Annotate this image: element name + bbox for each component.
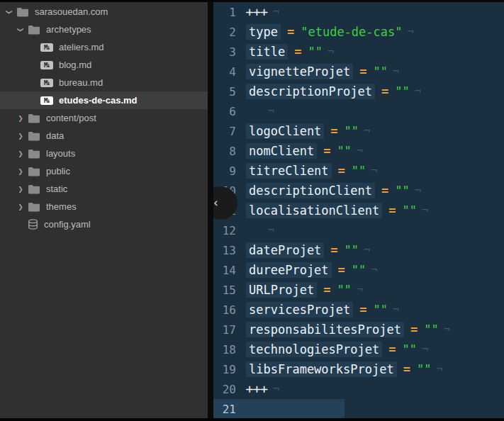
code-line[interactable]: 11 localisationClient=""¬ (213, 201, 504, 220)
code-line[interactable]: 5 descriptionProjet=""¬ (213, 82, 504, 101)
code-line[interactable]: 14 dureeProjet=""¬ (213, 260, 504, 280)
toml-string-value: "" (374, 303, 388, 317)
toml-key: technologiesProjet (246, 342, 382, 357)
equals-operator: = (338, 164, 345, 178)
equals-operator: = (410, 322, 418, 337)
code-line[interactable]: 8 nomClient=""¬ (213, 141, 504, 161)
editor-pane[interactable]: 1 +++¬ 2 type="etude-de-cas"¬ 3 title=""… (213, 0, 504, 421)
tree-item-label: bureau.md (59, 77, 103, 88)
eol-marker-icon: ¬ (268, 224, 274, 237)
equals-operator: = (388, 342, 396, 357)
line-number: 1 (213, 6, 236, 19)
toml-string-value: "" (308, 45, 322, 59)
toml-string-value: "" (337, 283, 351, 297)
code-line[interactable]: 13 dateProjet=""¬ (213, 240, 504, 260)
code-line[interactable]: 10 descriptionClient=""¬ (213, 181, 504, 201)
chevron-icon: ❯ (16, 133, 26, 140)
equals-operator: = (359, 303, 366, 317)
tree-item-label: sarasouedan.com (35, 6, 108, 17)
tree-item[interactable]: ❯ M↓ public (0, 162, 208, 180)
eol-marker-icon: ¬ (273, 6, 279, 18)
line-number: 3 (213, 45, 236, 59)
toml-key: servicesProjet (246, 302, 353, 318)
code-line[interactable]: 17 responsabilitesProjet=""¬ (213, 320, 504, 339)
equals-operator: = (330, 124, 337, 138)
chevron-left-icon: ‹ (213, 197, 218, 209)
code-content: nomClient=""¬ (246, 143, 363, 159)
line-number: 6 (213, 105, 236, 118)
code-content: logoClient=""¬ (246, 123, 370, 139)
eol-marker-icon: ¬ (273, 383, 279, 395)
tree-item-label: etudes-de-cas.md (59, 95, 138, 106)
line-number: 7 (213, 125, 236, 138)
code-content: descriptionClient=""¬ (246, 183, 421, 198)
code-line[interactable]: 6 ¬ (213, 101, 504, 121)
line-number: 18 (213, 343, 236, 357)
code-line[interactable]: 18 technologiesProjet=""¬ (213, 339, 504, 359)
toml-key: title (246, 44, 288, 60)
code-line[interactable]: 4 vignetteProjet=""¬ (213, 62, 504, 82)
code-line[interactable]: 12 ¬ (213, 220, 504, 240)
folder-icon (28, 167, 40, 176)
eol-marker-icon: ¬ (371, 264, 377, 276)
tree-item[interactable]: ❯ M↓ ateliers.md (0, 38, 208, 56)
tree-item[interactable]: ❯ M↓ sarasouedan.com (0, 3, 208, 21)
toml-key: localisationClient (246, 203, 382, 218)
code-line[interactable]: 16 servicesProjet=""¬ (213, 300, 504, 320)
code-line[interactable]: 20 +++¬ (213, 379, 504, 399)
tree-item[interactable]: ❯ M↓ config.yaml (0, 215, 208, 233)
line-number: 17 (213, 323, 236, 337)
eol-marker-icon: ¬ (357, 145, 363, 157)
database-icon (28, 219, 38, 230)
tree-item-label: themes (46, 201, 77, 212)
line-number: 4 (213, 65, 236, 79)
tree-item[interactable]: ❯ M↓ static (0, 180, 208, 198)
line-number: 19 (213, 363, 236, 376)
tree-item-label: ateliers.md (59, 42, 104, 52)
eol-marker-icon: ¬ (364, 125, 370, 137)
tree-item[interactable]: ❯ M↓ content/post (0, 109, 208, 127)
tree-item[interactable]: ❯ M↓ data (0, 127, 208, 145)
chevron-icon: ❯ (16, 186, 26, 193)
code-content: vignetteProjet=""¬ (246, 64, 399, 79)
code-line[interactable]: 15 URLProjet=""¬ (213, 280, 504, 300)
code-content: ¬ (246, 224, 274, 237)
tree-item[interactable]: ❯ M↓ themes (0, 198, 208, 215)
eol-marker-icon: ¬ (393, 65, 399, 78)
toml-string-value: "" (345, 124, 359, 138)
line-number: 5 (213, 85, 236, 99)
chevron-icon: ❯ (16, 150, 26, 157)
code-line[interactable]: 1 +++¬ (213, 2, 504, 22)
toml-key: dateProjet (246, 242, 324, 258)
toml-key: titreClient (246, 163, 332, 179)
equals-operator: = (323, 144, 330, 158)
tree-item[interactable]: ❯ M↓ layouts (0, 145, 208, 162)
code-line[interactable]: 9 titreClient=""¬ (213, 161, 504, 181)
markdown-icon: M↓ (40, 61, 53, 69)
folder-icon (16, 7, 29, 17)
equals-operator: = (359, 64, 366, 79)
code-area: 1 +++¬ 2 type="etude-de-cas"¬ 3 title=""… (213, 2, 504, 419)
toml-string-value: "" (345, 243, 359, 257)
chevron-icon: ❯ (17, 25, 24, 35)
eol-marker-icon: ¬ (327, 45, 334, 58)
equals-operator: = (287, 25, 294, 39)
toml-string-value: "" (337, 144, 351, 158)
pane-divider[interactable] (208, 0, 213, 421)
tree-item-label: config.yaml (44, 219, 91, 230)
folder-icon (28, 149, 40, 159)
tree-item[interactable]: ❯ M↓ archetypes (0, 21, 208, 38)
code-line[interactable]: 21 (213, 399, 504, 419)
folder-icon (28, 202, 40, 212)
code-line[interactable]: 3 title=""¬ (213, 42, 504, 62)
code-line[interactable]: 19 libsFrameworksProjet=""¬ (213, 359, 504, 379)
tree-item[interactable]: ❯ M↓ bureau.md (0, 74, 208, 91)
toml-string-value: "" (417, 362, 431, 376)
line-number: 12 (213, 224, 236, 237)
code-line[interactable]: 2 type="etude-de-cas"¬ (213, 22, 504, 42)
tree-item[interactable]: ❯ M↓ etudes-de-cas.md (0, 91, 208, 109)
code-line[interactable]: 7 logoClient=""¬ (213, 121, 504, 141)
eol-marker-icon: ¬ (415, 184, 421, 197)
folder-icon (28, 184, 40, 194)
tree-item[interactable]: ❯ M↓ blog.md (0, 56, 208, 74)
